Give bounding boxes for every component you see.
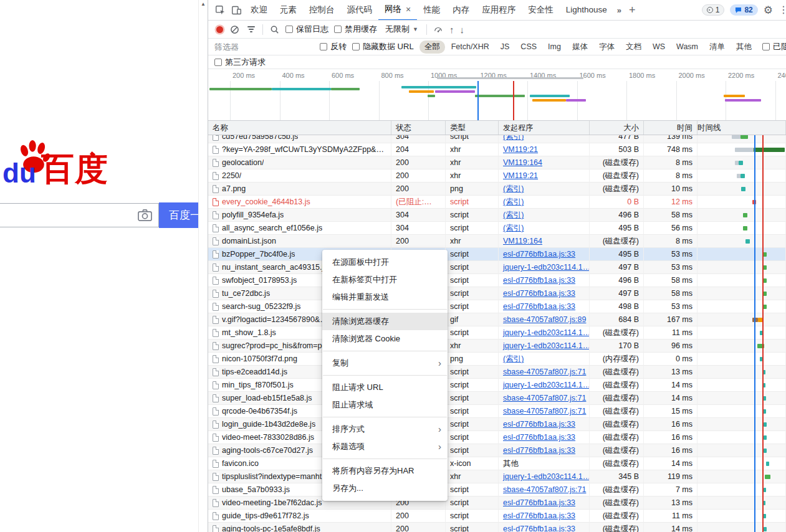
initiator-link[interactable]: jquery-1-edb203c114.1… — [503, 381, 590, 389]
filter-pill-全部[interactable]: 全部 — [419, 40, 445, 54]
initiator-link[interactable]: (索引) — [503, 135, 524, 141]
filter-pill-字体[interactable]: 字体 — [594, 40, 620, 54]
column-header-initiator[interactable]: 发起程序 — [499, 121, 590, 135]
inspect-element-icon[interactable] — [212, 2, 228, 17]
request-row[interactable]: guide_tips-d9e617f782.js200scriptesl-d77… — [208, 510, 786, 523]
search-icon[interactable] — [269, 24, 280, 35]
request-row[interactable]: every_cookie_4644b13.js(已阻止:…script(索引)0… — [208, 196, 786, 209]
request-row[interactable]: video-meet-7833028d86.jsscriptesl-d776bf… — [208, 431, 786, 444]
tab-Lighthouse[interactable]: Lighthouse — [560, 0, 613, 21]
request-row[interactable]: sugrec?prod=pc_his&from=pc…xhrjquery-1-e… — [208, 340, 786, 353]
initiator-link[interactable]: (索引) — [503, 354, 524, 363]
column-header-waterfall[interactable]: 时间线 — [697, 121, 786, 135]
tab-源代码[interactable]: 源代码 — [341, 0, 379, 21]
request-row[interactable]: qrcode-0e4b67354f.jsscriptsbase-47057af8… — [208, 405, 786, 418]
request-row[interactable]: swfobject_0178953.jsscriptesl-d776bfb1aa… — [208, 274, 786, 287]
initiator-link[interactable]: (索引) — [503, 184, 524, 193]
request-row[interactable]: ?key=YA-298f_wfCUwTL3yYSDMyA2ZFpp&ukey…2… — [208, 143, 786, 156]
initiator-link[interactable]: VM119:21 — [503, 171, 538, 180]
network-conditions-icon[interactable] — [433, 24, 444, 35]
initiator-link[interactable]: jquery-1-edb203c114.1… — [503, 341, 590, 350]
context-menu-item-block-request-url[interactable]: 阻止请求 URL — [322, 379, 448, 396]
invert-filter-checkbox[interactable]: 反转 — [320, 41, 347, 52]
baidu-logo[interactable]: du 百度 — [2, 138, 112, 197]
initiator-link[interactable]: sbase-47057af807.js:89 — [503, 315, 586, 324]
context-menu-item-save-as[interactable]: 另存为... — [322, 480, 448, 497]
initiator-link[interactable]: esl-d776bfb1aa.js:33 — [503, 302, 575, 311]
filter-icon[interactable] — [246, 24, 257, 35]
initiator-link[interactable]: esl-d776bfb1aa.js:33 — [503, 446, 575, 455]
request-row[interactable]: tipspluslist?indextype=manht…xhrjquery-1… — [208, 470, 786, 483]
initiator-link[interactable]: sbase-47057af807.js:71 — [503, 394, 586, 402]
more-tabs-chevron[interactable]: » — [613, 6, 625, 15]
initiator-link[interactable]: esl-d776bfb1aa.js:33 — [503, 525, 575, 532]
camera-icon[interactable] — [138, 209, 152, 222]
disable-cache-checkbox[interactable]: 禁用缓存 — [334, 24, 377, 35]
request-row[interactable]: ubase_5a7b0933.jsscriptsbase-47057af807.… — [208, 483, 786, 496]
request-row[interactable]: geolocation/200xhrVM119:164(磁盘缓存)8 ms — [208, 156, 786, 169]
request-row[interactable]: nu_instant_search_ac49315.jsscriptjquery… — [208, 261, 786, 274]
initiator-link[interactable]: VM119:164 — [503, 158, 542, 167]
tab-欢迎[interactable]: 欢迎 — [244, 0, 274, 21]
timeline-overview[interactable]: 200 ms400 ms600 ms800 ms1000 ms1200 ms14… — [208, 69, 786, 121]
export-har-icon[interactable]: ↓ — [459, 25, 464, 34]
context-menu-item-header-options[interactable]: 标题选项› — [322, 438, 448, 455]
initiator-link[interactable]: VM119:164 — [503, 237, 542, 245]
tab-网络[interactable]: 网络× — [378, 0, 417, 21]
request-row[interactable]: tips-e2ceadd14d.jsscriptsbase-47057af807… — [208, 366, 786, 379]
console-messages-badge[interactable]: 82 — [730, 4, 757, 16]
request-row[interactable]: polyfill_9354efa.js304script(索引)496 B58 … — [208, 209, 786, 222]
tab-性能[interactable]: 性能 — [417, 0, 446, 21]
initiator-link[interactable]: sbase-47057af807.js:71 — [503, 368, 586, 376]
column-header-name[interactable]: 名称 — [208, 121, 391, 135]
column-header-size[interactable]: 大小 — [590, 121, 644, 135]
initiator-link[interactable]: esl-d776bfb1aa.js:33 — [503, 420, 575, 429]
filter-pill-Fetch/XHR[interactable]: Fetch/XHR — [446, 41, 494, 52]
context-menu-item-clear-browser-cache[interactable]: 清除浏览器缓存 — [322, 313, 448, 330]
request-row[interactable]: search-sug_05232f9.jsscriptesl-d776bfb1a… — [208, 300, 786, 313]
import-har-icon[interactable]: ↑ — [449, 25, 454, 34]
filter-input[interactable] — [214, 42, 314, 52]
context-menu-item-sort-by[interactable]: 排序方式› — [322, 420, 448, 438]
close-tab-icon[interactable]: × — [406, 5, 411, 14]
initiator-link[interactable]: jquery-1-edb203c114.1… — [503, 328, 590, 337]
context-menu-item-edit-and-resend[interactable]: 编辑并重新发送 — [322, 288, 448, 306]
request-row[interactable]: aging-tools-pc-1e5afe8bdf.js200scriptesl… — [208, 523, 786, 532]
initiator-link[interactable]: esl-d776bfb1aa.js:33 — [503, 289, 575, 298]
filter-pill-媒体[interactable]: 媒体 — [567, 40, 593, 54]
clear-network-log-icon[interactable] — [229, 24, 240, 35]
request-row[interactable]: 2250/200xhrVM119:21(磁盘缓存)8 ms — [208, 169, 786, 183]
request-row[interactable]: min_tips_f870f501.jsscriptjquery-1-edb20… — [208, 379, 786, 392]
request-row[interactable]: aging-tools-c67ce70d27.jsscriptesl-d776b… — [208, 444, 786, 457]
request-row[interactable]: super_load-eb15f1e5a8.jsscriptsbase-4705… — [208, 392, 786, 405]
initiator-link[interactable]: sbase-47057af807.js:71 — [503, 407, 586, 416]
filter-pill-文档[interactable]: 文档 — [621, 40, 646, 54]
initiator-link[interactable]: esl-d776bfb1aa.js:33 — [503, 498, 575, 507]
filter-pill-Wasm[interactable]: Wasm — [671, 41, 703, 52]
initiator-link[interactable]: jquery-1-edb203c114.1… — [503, 263, 590, 272]
preserve-log-checkbox[interactable]: 保留日志 — [285, 24, 328, 35]
context-menu-item-clear-browser-cookies[interactable]: 清除浏览器 Cookie — [322, 330, 448, 348]
context-menu-item-copy[interactable]: 复制› — [322, 354, 448, 372]
more-tools-plus-icon[interactable]: + — [625, 4, 640, 17]
column-header-status[interactable]: 状态 — [391, 121, 446, 135]
initiator-link[interactable]: sbase-47057af807.js:71 — [503, 485, 586, 494]
context-menu-item-block-request-domain[interactable]: 阻止请求域 — [322, 396, 448, 414]
filter-pill-JS[interactable]: JS — [496, 41, 515, 52]
issues-badge[interactable]: 1 — [702, 4, 725, 16]
request-row[interactable]: v.gif?logactid=1234567890&…gifsbase-4705… — [208, 313, 786, 326]
column-header-time[interactable]: 时间 — [644, 121, 697, 135]
request-row[interactable]: bzPopper_7bc4f0e.jsscriptesl-d776bfb1aa.… — [208, 248, 786, 261]
filter-pill-其他[interactable]: 其他 — [731, 40, 757, 54]
initiator-link[interactable]: esl-d776bfb1aa.js:33 — [503, 433, 575, 442]
initiator-link[interactable]: esl-d776bfb1aa.js:33 — [503, 250, 575, 259]
initiator-link[interactable]: esl-d776bfb1aa.js:33 — [503, 276, 575, 285]
request-row[interactable]: login_guide-1b43d2de8e.jsscriptesl-d776b… — [208, 418, 786, 431]
filter-pill-清单[interactable]: 清单 — [704, 40, 730, 54]
context-menu-item-open-in-sources-panel[interactable]: 在源面板中打开 — [322, 254, 448, 271]
request-row[interactable]: tu_ce72dbc.jsscriptesl-d776bfb1aa.js:334… — [208, 287, 786, 300]
initiator-link[interactable]: (索引) — [503, 224, 524, 232]
filter-pill-CSS[interactable]: CSS — [515, 41, 542, 52]
request-row[interactable]: a7.png200png(索引)(磁盘缓存)10 ms — [208, 183, 786, 196]
initiator-link[interactable]: esl-d776bfb1aa.js:33 — [503, 511, 575, 520]
